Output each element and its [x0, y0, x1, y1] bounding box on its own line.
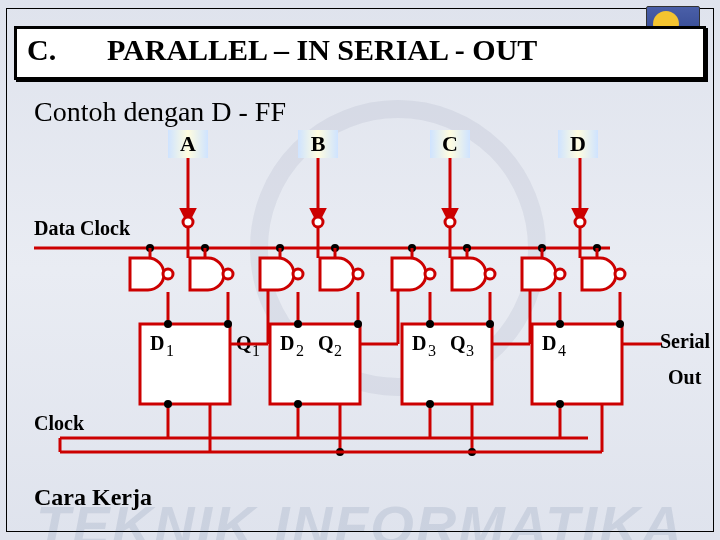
page-title: PARALLEL – IN SERIAL - OUT: [107, 33, 537, 67]
subtitle: Contoh dengan D - FF: [34, 96, 286, 128]
slide-frame: [6, 8, 714, 532]
section-letter: C.: [27, 33, 56, 67]
title-bar: C. PARALLEL – IN SERIAL - OUT: [14, 26, 706, 80]
cara-kerja-label: Cara Kerja: [34, 484, 152, 511]
